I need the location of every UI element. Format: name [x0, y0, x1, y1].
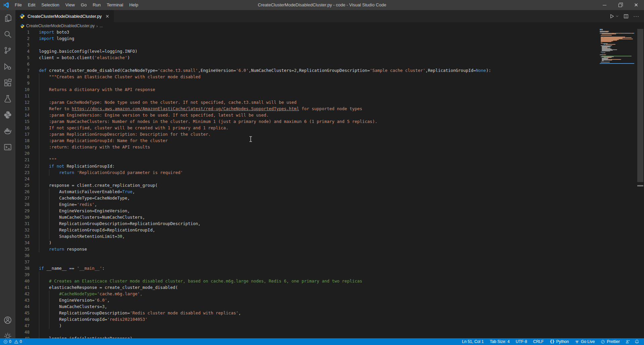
extensions-icon[interactable] [0, 75, 15, 91]
python-extension-icon[interactable] [0, 107, 15, 123]
vertical-scrollbar[interactable] [637, 29, 643, 182]
code-line[interactable]: 24 [15, 176, 600, 182]
code-line[interactable]: 25 response = client.create_replication_… [15, 182, 600, 188]
menu-help[interactable]: Help [126, 0, 141, 10]
menu-view[interactable]: View [62, 0, 78, 10]
close-window-button[interactable]: ✕ [628, 0, 644, 10]
docker-icon[interactable] [0, 123, 15, 139]
menu-run[interactable]: Run [90, 0, 104, 10]
run-python-file-button[interactable] [609, 14, 619, 19]
code-line[interactable]: 12 :param CacheNodeType: Node type used … [15, 99, 600, 105]
code-line[interactable]: 39 [15, 271, 600, 278]
breadcrumb[interactable]: CreateClusterModeDisabledCluster.py › ..… [15, 22, 600, 30]
breadcrumb-file[interactable]: CreateClusterModeDisabledCluster.py [26, 24, 95, 28]
code-line[interactable]: 5client = boto3.client('elasticache') [15, 54, 600, 61]
code-line[interactable]: 11 [15, 93, 600, 99]
code-editor[interactable]: 1import boto32import logging34logging.ba… [15, 29, 600, 342]
tab-close-icon[interactable]: × [104, 13, 110, 19]
line-number: 28 [15, 201, 30, 208]
menu-file[interactable]: File [12, 0, 25, 10]
code-line[interactable]: 22 if not ReplicationGroupId: [15, 163, 600, 169]
code-line[interactable]: 1import boto3 [15, 29, 600, 35]
code-line[interactable]: 16 If not specified, cluster will be cre… [15, 125, 600, 131]
code-line[interactable]: 42 #CacheNodeType='cache.m6g.large', [15, 291, 600, 297]
notifications-button[interactable] [632, 339, 640, 344]
problems-indicator[interactable]: 0 0 [3, 339, 22, 344]
code-line[interactable]: 21 """ [15, 157, 600, 163]
code-line[interactable]: 32 ReplicationGroupId=ReplicationGroupId… [15, 227, 600, 233]
breadcrumb-more[interactable]: ... [99, 24, 103, 28]
code-line-text: response = client.create_replication_gro… [39, 182, 158, 188]
code-line[interactable]: 40 # Creates an Elasticace Cluster mode … [15, 278, 600, 284]
code-line[interactable]: 27 CacheNodeType=CacheNodeType, [15, 195, 600, 201]
code-line[interactable]: 17 :param ReplicationGroupDescription: D… [15, 131, 600, 137]
code-line[interactable]: 23 return 'ReplicationGroupId parameter … [15, 169, 600, 176]
code-line-text: if not ReplicationGroupId: [39, 163, 115, 169]
code-line[interactable]: 44 NumCacheClusters=3, [15, 303, 600, 310]
code-line[interactable]: 48 [15, 329, 600, 335]
split-editor-icon[interactable] [624, 14, 629, 19]
menu-terminal[interactable]: Terminal [104, 0, 126, 10]
code-line[interactable]: 35 return response [15, 246, 600, 252]
code-line[interactable]: 36 [15, 252, 600, 259]
cursor-position[interactable]: Ln 51, Col 1 [459, 339, 487, 344]
minimap[interactable] [600, 29, 634, 99]
code-line[interactable]: 15 :param NumCacheClusters: Number of no… [15, 118, 600, 125]
menu-go[interactable]: Go [78, 0, 90, 10]
code-line[interactable]: 45 ReplicationGroupDescription='Redis cl… [15, 310, 600, 316]
code-line[interactable]: 29 EngineVersion=EngineVersion, [15, 208, 600, 214]
source-control-icon[interactable] [0, 42, 15, 58]
code-line[interactable]: 2import logging [15, 35, 600, 42]
code-line[interactable]: 14 :param EngineVersion: Engine version … [15, 112, 600, 118]
explorer-icon[interactable] [0, 10, 15, 26]
encoding[interactable]: UTF-8 [513, 339, 530, 344]
restore-icon [618, 4, 622, 7]
code-line[interactable]: 41 elasticacheResponse = create_cluster_… [15, 284, 600, 291]
line-number: 5 [15, 54, 30, 61]
code-line[interactable]: 34 ) [15, 240, 600, 246]
line-number: 25 [15, 182, 30, 188]
menu-selection[interactable]: Selection [38, 0, 62, 10]
restore-button[interactable] [612, 0, 628, 10]
feedback-button[interactable] [623, 339, 632, 344]
code-line[interactable]: 30 NumCacheClusters=NumCacheClusters, [15, 214, 600, 220]
accounts-icon[interactable] [0, 312, 15, 328]
eol-sequence[interactable]: CRLF [530, 339, 547, 344]
python-file-icon-small [20, 24, 24, 28]
code-line[interactable]: 8 """Creates an Elasticache Cluster with… [15, 74, 600, 80]
code-line[interactable]: 46 ReplicationGroupId='redis202104053' [15, 316, 600, 322]
code-line[interactable]: 31 ReplicationGroupDescription=Replicati… [15, 220, 600, 227]
more-actions-icon[interactable]: ··· [633, 14, 639, 18]
tab-active-file[interactable]: CreateClusterModeDisabledCluster.py × [15, 10, 114, 22]
code-line[interactable]: 3 [15, 42, 600, 48]
code-line[interactable]: 37 [15, 259, 600, 265]
go-live-button[interactable]: Go Live [572, 339, 598, 344]
prettier-button[interactable]: Prettier [598, 339, 623, 344]
code-line-text: import logging [39, 35, 74, 42]
search-icon[interactable] [0, 26, 15, 42]
code-line[interactable]: 47 ) [15, 322, 600, 329]
testing-icon[interactable] [0, 91, 15, 107]
code-line[interactable]: 20 [15, 150, 600, 157]
line-number: 42 [15, 291, 30, 297]
tab-size[interactable]: Tab Size: 4 [487, 339, 512, 344]
language-mode[interactable]: {} Python [547, 339, 572, 344]
code-line[interactable]: 9 [15, 80, 600, 86]
code-line[interactable]: 28 Engine='redis', [15, 201, 600, 208]
terminal-icon[interactable] [0, 139, 15, 155]
code-line[interactable]: 7def create_cluster_mode_disabled(CacheN… [15, 67, 600, 74]
code-line[interactable]: 38if __name__ == '__main__': [15, 265, 600, 271]
code-line[interactable]: 6 [15, 61, 600, 67]
run-and-debug-icon[interactable] [0, 58, 15, 75]
code-line-text: return response [39, 246, 87, 252]
code-line[interactable]: 33 SnapshotRetentionLimit=30, [15, 233, 600, 240]
code-line[interactable]: 43 EngineVersion='6.0', [15, 297, 600, 303]
minimize-button[interactable] [597, 0, 612, 10]
code-line[interactable]: 4logging.basicConfig(level=logging.INFO) [15, 48, 600, 54]
code-line[interactable]: 10 Returns a dictionary with the API res… [15, 86, 600, 93]
code-line[interactable]: 19 :return: dictionary with the API resu… [15, 144, 600, 150]
code-line[interactable]: 13 Refer to https://docs.aws.amazon.com/… [15, 105, 600, 112]
code-line[interactable]: 18 :param ReplicationGroupId: Name for t… [15, 137, 600, 144]
menu-edit[interactable]: Edit [25, 0, 38, 10]
code-line[interactable]: 26 AutomaticFailoverEnabled=True, [15, 188, 600, 195]
